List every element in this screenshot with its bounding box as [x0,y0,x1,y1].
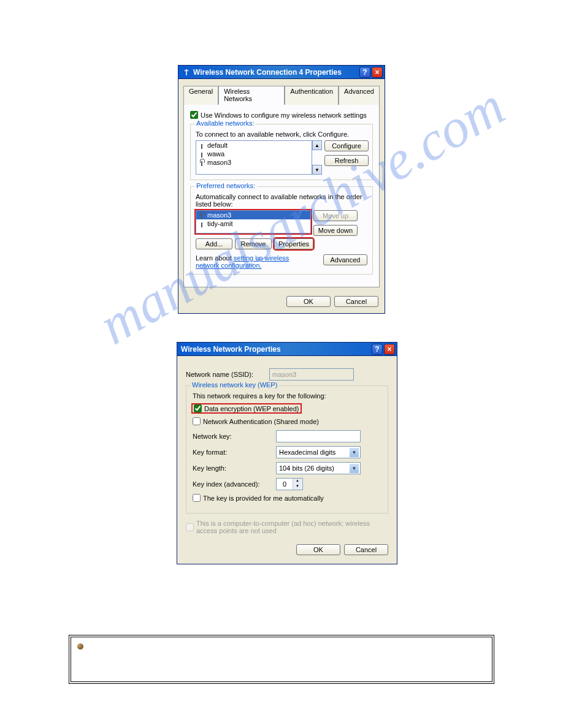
adhoc-label: This is a computer-to-computer (ad hoc) … [196,520,380,534]
cancel-button[interactable]: Cancel [334,296,378,307]
titlebar-1: Wireless Network Connection 4 Properties… [178,66,385,79]
properties-button[interactable]: Properties [274,238,313,249]
spin-down-icon[interactable]: ▼ [293,484,302,490]
list-item[interactable]: default [196,141,312,150]
network-auth-label: Network Authentication (Shared mode) [203,418,319,425]
tab-general[interactable]: General [183,86,218,105]
available-legend: Available networks: [194,119,256,127]
use-windows-checkbox[interactable] [190,111,198,119]
tab-authentication[interactable]: Authentication [285,86,339,105]
antenna-icon [199,159,205,166]
add-button[interactable]: Add... [196,238,232,249]
list-item[interactable]: mason3 [196,211,310,219]
chevron-down-icon: ▼ [350,448,359,457]
wep-group: Wireless network key (WEP) This network … [186,385,388,514]
tab-wireless-networks[interactable]: Wireless Networks [218,86,285,105]
learn-prefix: Learn about [196,254,234,262]
help-icon[interactable]: ? [372,344,383,355]
cancel-button[interactable]: Cancel [344,544,388,555]
antenna-icon [199,142,205,149]
antenna-icon [199,150,205,157]
preferred-listbox[interactable]: mason3 tidy-amit [196,210,311,233]
antenna-icon [199,211,205,219]
move-up-button[interactable]: Move up [313,210,358,221]
note-region [69,635,494,684]
dialog1-footer: OK Cancel [178,292,385,313]
list-item[interactable]: mason3 [196,158,312,167]
window-title-1: Wireless Network Connection 4 Properties [193,68,359,77]
bullet-icon [77,643,83,650]
dialog-connection-properties: Wireless Network Connection 4 Properties… [178,65,385,314]
remove-button[interactable]: Remove [235,238,272,249]
wireless-panel: Use Windows to configure my wireless net… [183,104,380,287]
auto-key-label: The key is provided for me automatically [203,495,324,502]
key-index-label: Key index (advanced): [193,480,272,488]
tabs: General Wireless Networks Authentication… [183,85,380,104]
list-item[interactable]: wawa [196,150,312,158]
use-windows-label: Use Windows to configure my wireless net… [201,112,367,119]
key-length-label: Key length: [193,464,272,472]
ok-button[interactable]: OK [286,296,331,307]
network-key-label: Network key: [193,433,272,440]
key-index-spinner[interactable]: ▲ ▼ [276,478,303,490]
requires-label: This network requires a key for the foll… [193,392,381,400]
data-encryption-label: Data encryption (WEP enabled) [204,405,299,412]
ok-button[interactable]: OK [296,544,340,555]
network-key-field[interactable] [276,430,361,442]
key-index-value[interactable] [277,479,293,490]
key-length-select[interactable]: 104 bits (26 digits) ▼ [276,462,361,474]
adhoc-checkbox [186,523,194,531]
chevron-down-icon: ▼ [350,464,359,473]
scroll-down-icon[interactable]: ▼ [312,165,322,175]
help-icon[interactable]: ? [359,67,370,78]
available-networks-group: Available networks: To connect to an ava… [190,124,373,180]
data-encryption-checkbox[interactable] [194,404,202,412]
key-format-label: Key format: [193,449,272,456]
close-icon[interactable]: × [372,67,383,78]
scroll-up-icon[interactable]: ▲ [312,140,322,150]
spin-up-icon[interactable]: ▲ [293,479,302,484]
available-listbox[interactable]: default wawa mason3 [196,140,312,175]
dialog-network-properties: Wireless Network Properties ? × Network … [177,342,397,564]
antenna-icon [199,220,205,227]
tab-advanced[interactable]: Advanced [339,86,380,105]
list-item[interactable]: tidy-amit [196,219,310,228]
close-icon[interactable]: × [384,344,395,355]
wireless-window-icon [182,68,191,77]
network-auth-checkbox[interactable] [193,417,201,425]
window-title-2: Wireless Network Properties [181,345,372,354]
wep-legend: Wireless network key (WEP) [190,381,279,389]
titlebar-2: Wireless Network Properties ? × [177,343,397,356]
move-down-button[interactable]: Move down [313,225,358,236]
advanced-button[interactable]: Advanced [323,254,367,265]
preferred-networks-group: Preferred networks: Automatically connec… [190,186,373,275]
preferred-legend: Preferred networks: [194,182,257,189]
available-hint: To connect to an available network, clic… [196,131,367,138]
auto-key-checkbox[interactable] [193,494,201,502]
key-format-select[interactable]: Hexadecimal digits ▼ [276,446,361,458]
refresh-button[interactable]: Refresh [324,155,369,166]
ssid-field [269,368,354,381]
ssid-label: Network name (SSID): [186,371,266,378]
preferred-hint: Automatically connect to available netwo… [196,193,367,208]
configure-button[interactable]: Configure [324,140,369,151]
